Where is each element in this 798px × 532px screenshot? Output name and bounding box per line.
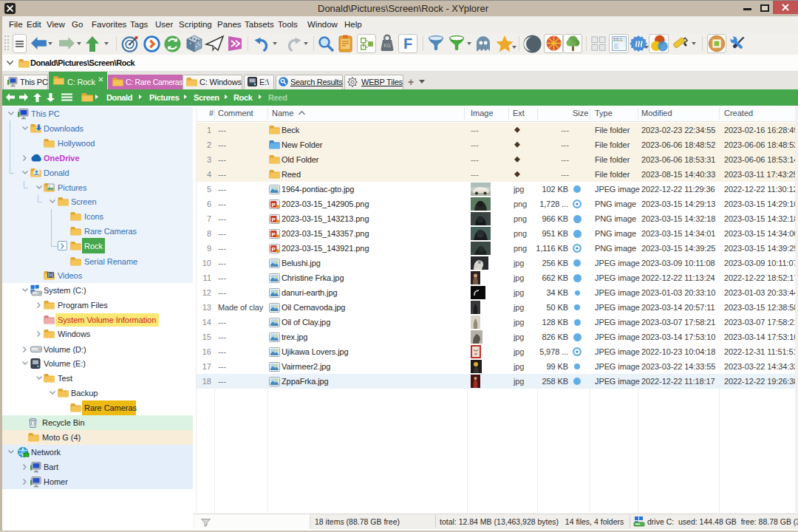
svg-text:P: P [272, 245, 276, 252]
svg-text:F: F [403, 35, 412, 52]
svg-text:P: P [272, 231, 276, 237]
svg-text:P: P [272, 201, 276, 208]
svg-text:P: P [272, 216, 276, 222]
svg-text:KG: KG [383, 43, 390, 48]
